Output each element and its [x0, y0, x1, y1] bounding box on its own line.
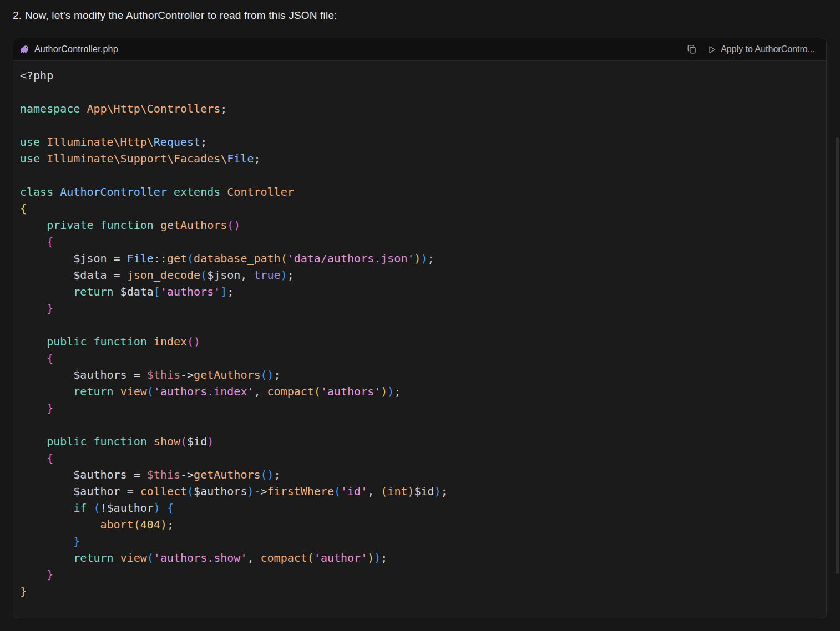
- code-line: public function show($id): [20, 433, 818, 450]
- code-line: }: [20, 300, 818, 317]
- code-line: }: [20, 400, 818, 416]
- code-line: {: [20, 200, 818, 217]
- code-line: }: [20, 566, 818, 583]
- message-text: 2. Now, let's modify the AuthorControlle…: [13, 9, 337, 22]
- apply-button[interactable]: Apply to AuthorContro...: [706, 43, 816, 55]
- code-line: $authors = $this->getAuthors();: [20, 367, 818, 383]
- code-line: public function index(): [20, 333, 818, 350]
- code-line: <?php: [20, 67, 818, 84]
- code-line: return $data['authors'];: [20, 283, 818, 300]
- copy-button[interactable]: [686, 43, 698, 55]
- page-scrollbar[interactable]: [836, 137, 839, 574]
- code-line: [20, 117, 818, 134]
- code-line: use Illuminate\Http\Request;: [20, 134, 818, 150]
- code-line: private function getAuthors(): [20, 217, 818, 233]
- apply-button-label: Apply to AuthorContro...: [721, 44, 815, 54]
- code-block: AuthorController.php Apply to AuthorCont…: [13, 38, 827, 618]
- code-line: return view('authors.show', compact('aut…: [20, 549, 818, 566]
- code-filename: AuthorController.php: [34, 44, 118, 54]
- code-line: $authors = $this->getAuthors();: [20, 466, 818, 483]
- code-line: use Illuminate\Support\Facades\File;: [20, 150, 818, 167]
- code-line: class AuthorController extends Controlle…: [20, 184, 818, 200]
- php-elephant-icon: [19, 44, 29, 54]
- copy-icon: [687, 44, 697, 54]
- code-line: [20, 167, 818, 184]
- code-line: $author = collect($authors)->firstWhere(…: [20, 483, 818, 500]
- code-block-header: AuthorController.php Apply to AuthorCont…: [13, 38, 826, 61]
- code-line: }: [20, 583, 818, 599]
- code-block-title: AuthorController.php: [19, 44, 118, 54]
- code-line: return view('authors.index', compact('au…: [20, 383, 818, 400]
- code-line: {: [20, 233, 818, 250]
- code-line: {: [20, 450, 818, 466]
- code-line: abort(404);: [20, 516, 818, 533]
- code-line: {: [20, 350, 818, 367]
- code-line: [20, 317, 818, 333]
- code-line: [20, 416, 818, 433]
- code-line: [20, 84, 818, 100]
- code-line: }: [20, 533, 818, 549]
- code-line: $data = json_decode($json, true);: [20, 267, 818, 283]
- play-icon: [707, 45, 716, 54]
- code-content: <?php namespace App\Http\Controllers; us…: [13, 61, 826, 612]
- code-line: if (!$author) {: [20, 500, 818, 516]
- code-line: namespace App\Http\Controllers;: [20, 100, 818, 117]
- code-line: $json = File::get(database_path('data/au…: [20, 250, 818, 267]
